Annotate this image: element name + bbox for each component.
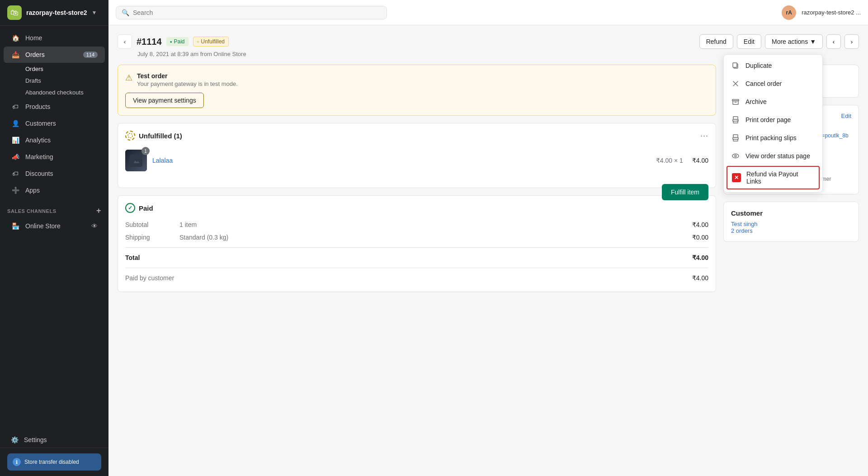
- print-icon: [731, 115, 740, 124]
- payment-divider: [125, 247, 708, 248]
- store-transfer-banner: ℹ Store transfer disabled: [7, 453, 101, 471]
- additional-details-edit-link[interactable]: Edit: [841, 113, 851, 119]
- duplicate-icon: [731, 61, 740, 70]
- prev-order-button[interactable]: ‹: [826, 34, 841, 49]
- next-order-button[interactable]: ›: [844, 34, 859, 49]
- search-bar[interactable]: 🔍: [116, 6, 387, 19]
- sidebar-item-label: Apps: [25, 187, 40, 194]
- orders-badge: 114: [83, 52, 98, 58]
- sidebar: 🛍 razorpay-test-store2 ▼ 🏠 Home 📥 Orders…: [0, 0, 108, 476]
- item-thumbnail: 1: [125, 150, 147, 171]
- dropdown-item-refund-payout[interactable]: ✕ Refund via Payout Links: [726, 166, 820, 189]
- sidebar-item-online-store[interactable]: 🏪 Online Store 👁: [4, 218, 105, 234]
- paid-title: ✓ Paid: [125, 203, 153, 213]
- order-number: #1114: [137, 37, 162, 47]
- item-name-link[interactable]: Lalalaa: [152, 157, 651, 164]
- sidebar-header[interactable]: 🛍 razorpay-test-store2 ▼: [0, 0, 108, 26]
- paid-by-row: Paid by customer ₹4.00: [125, 272, 708, 284]
- settings-label: Settings: [24, 436, 47, 443]
- sidebar-item-abandoned[interactable]: Abandoned checkouts: [25, 87, 105, 98]
- search-input[interactable]: [133, 9, 381, 16]
- sidebar-item-home[interactable]: 🏠 Home: [4, 30, 105, 46]
- sidebar-item-label: Marketing: [25, 153, 53, 160]
- view-payment-settings-button[interactable]: View payment settings: [125, 93, 204, 108]
- sidebar-item-discounts[interactable]: 🏷 Discounts: [4, 165, 105, 182]
- apps-icon: ➕: [11, 186, 20, 195]
- sidebar-item-label: Discounts: [25, 170, 53, 177]
- dropdown-item-duplicate[interactable]: Duplicate: [724, 57, 822, 75]
- paid-section-header: ✓ Paid: [125, 203, 708, 213]
- sidebar-item-orders-list[interactable]: Orders: [25, 63, 105, 75]
- svg-rect-15: [130, 154, 142, 167]
- unfulfilled-more-button[interactable]: ···: [700, 131, 708, 141]
- shipping-detail: Standard (0.3 kg): [179, 234, 692, 241]
- shopify-logo: 🛍: [7, 5, 22, 20]
- test-order-card: ⚠ Test order Your payment gateway is in …: [118, 65, 716, 116]
- sales-channels-header: SALES CHANNELS +: [0, 199, 108, 217]
- paid-status-badge: Paid: [166, 37, 189, 46]
- topbar-right: rA razorpay-test-store2 ...: [782, 5, 861, 20]
- topbar: 🔍 rA razorpay-test-store2 ...: [108, 0, 868, 25]
- test-order-info: Test order Your payment gateway is in te…: [137, 72, 238, 87]
- total-row: Total ₹4.00: [125, 251, 708, 264]
- sidebar-item-customers[interactable]: 👤 Customers: [4, 115, 105, 132]
- dropdown-item-label: Archive: [745, 98, 767, 105]
- order-item: 1 Lalalaa ₹4.00 × 1 ₹4.00: [125, 146, 708, 175]
- dropdown-item-cancel[interactable]: Cancel order: [724, 75, 822, 93]
- item-price: ₹4.00 × 1: [656, 157, 683, 164]
- sidebar-nav: 🏠 Home 📥 Orders 114 Orders Drafts Abando…: [0, 26, 108, 432]
- back-button[interactable]: ‹: [118, 34, 132, 49]
- dropdown-item-print-packing[interactable]: Print packing slips: [724, 129, 822, 147]
- dropdown-item-archive[interactable]: Archive: [724, 93, 822, 111]
- sidebar-item-analytics[interactable]: 📊 Analytics: [4, 132, 105, 148]
- total-label: Total: [125, 254, 179, 261]
- shipping-label: Shipping: [125, 234, 179, 241]
- orders-icon: 📥: [11, 50, 20, 59]
- test-order-description: Your payment gateway is in test mode.: [137, 80, 238, 87]
- sidebar-item-label: Customers: [25, 120, 56, 127]
- customer-orders-link[interactable]: 2 orders: [731, 227, 851, 234]
- svg-point-12: [732, 154, 739, 158]
- sidebar-item-label: Products: [25, 103, 50, 110]
- paid-icon: ✓: [125, 203, 135, 213]
- dropdown-item-print-order[interactable]: Print order page: [724, 111, 822, 129]
- print-packing-icon: [731, 133, 740, 142]
- shipping-amount: ₹0.00: [692, 234, 708, 241]
- total-amount: ₹4.00: [692, 254, 708, 261]
- payment-divider-2: [125, 268, 708, 268]
- dropdown-item-label: Duplicate: [745, 62, 772, 69]
- dropdown-item-view-status[interactable]: View order status page: [724, 147, 822, 165]
- main-column: ⚠ Test order Your payment gateway is in …: [118, 65, 716, 299]
- sidebar-item-products[interactable]: 🏷 Products: [4, 99, 105, 115]
- analytics-icon: 📊: [11, 136, 20, 145]
- sidebar-item-label: Home: [25, 34, 42, 42]
- dropdown-item-label: Cancel order: [745, 80, 782, 87]
- unfulfilled-icon: [125, 131, 135, 141]
- dropdown-item-label: View order status page: [745, 152, 810, 160]
- refund-button[interactable]: Refund: [699, 34, 733, 49]
- store-name: razorpay-test-store2: [26, 9, 87, 16]
- archive-icon: [731, 97, 740, 106]
- home-icon: 🏠: [11, 33, 20, 42]
- subtotal-amount: ₹4.00: [692, 221, 708, 228]
- customer-name-link[interactable]: Test singh: [731, 221, 851, 227]
- marketing-icon: 📣: [11, 152, 20, 161]
- subtotal-label: Subtotal: [125, 221, 179, 228]
- fulfill-item-button[interactable]: Fulfill item: [662, 184, 708, 200]
- sidebar-item-marketing[interactable]: 📣 Marketing: [4, 149, 105, 165]
- warning-icon: ⚠: [125, 73, 132, 83]
- sidebar-item-settings[interactable]: ⚙️ Settings: [4, 433, 105, 447]
- paid-by-label: Paid by customer: [125, 274, 179, 282]
- add-sales-channel-button[interactable]: +: [96, 206, 101, 216]
- sidebar-item-apps[interactable]: ➕ Apps: [4, 182, 105, 198]
- settings-icon: ⚙️: [11, 436, 19, 443]
- more-actions-button[interactable]: More actions ▼: [765, 34, 823, 49]
- svg-point-14: [128, 133, 132, 138]
- dropdown-item-label: Refund via Payout Links: [746, 170, 814, 185]
- sidebar-item-drafts[interactable]: Drafts: [25, 75, 105, 86]
- unfulfilled-title: Unfulfilled (1): [125, 131, 182, 141]
- unfulfilled-status-badge: Unfulfilled: [193, 37, 229, 47]
- sidebar-item-orders[interactable]: 📥 Orders 114: [4, 47, 105, 63]
- paid-card: ✓ Paid Subtotal 1 item ₹4.00 Shipping St…: [118, 195, 716, 292]
- edit-button[interactable]: Edit: [737, 34, 761, 49]
